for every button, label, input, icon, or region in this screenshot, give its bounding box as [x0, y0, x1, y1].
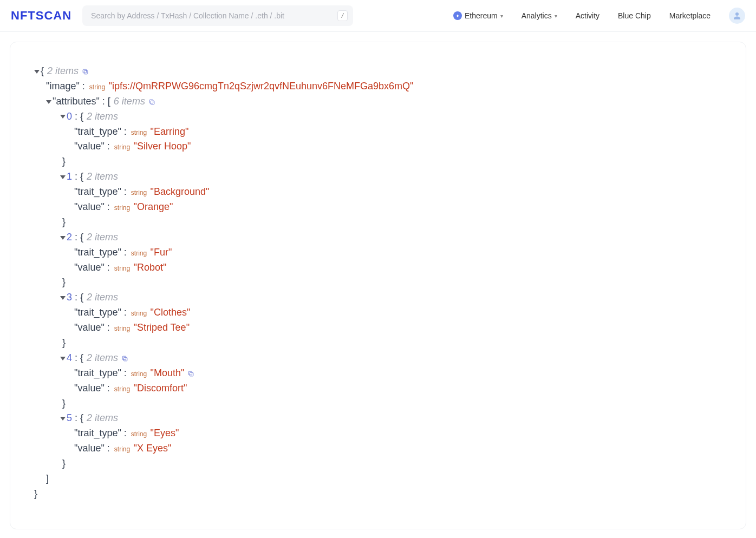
brace-open: { — [80, 232, 83, 242]
chevron-down-icon: ▾ — [555, 13, 557, 19]
json-string-value: "Mouth" — [151, 368, 185, 378]
item-count: 6 items — [114, 96, 145, 107]
json-colon: : — [72, 232, 80, 242]
brace-open: { — [80, 111, 83, 122]
json-array-item-open: 5 : {2 items — [34, 411, 722, 426]
collapse-arrow-icon[interactable] — [34, 70, 40, 74]
json-string-value: "Robot" — [134, 262, 167, 273]
item-count: 2 items — [87, 171, 118, 182]
json-row-trait-type: "trait_type" : string "Eyes" — [34, 426, 722, 441]
header: NFTSCAN / ♦ Ethereum ▾ Analytics ▾ Activ… — [0, 0, 756, 32]
json-string-value: "Clothes" — [151, 307, 191, 318]
json-root-close: } — [34, 487, 722, 502]
item-count: 2 items — [87, 412, 118, 423]
nav-marketplace[interactable]: Marketplace — [669, 11, 711, 20]
type-label: string — [114, 325, 132, 332]
svg-rect-3 — [151, 101, 154, 104]
collapse-arrow-icon[interactable] — [60, 417, 66, 421]
avatar[interactable] — [729, 8, 745, 24]
search-wrap: / — [82, 5, 353, 26]
json-index: 3 — [67, 292, 72, 303]
json-row-value: "value" : string "Silver Hoop" — [34, 139, 722, 154]
json-key: "image" — [46, 81, 80, 91]
type-label: string — [114, 204, 132, 212]
json-row-trait-type: "trait_type" : string "Earring" — [34, 124, 722, 140]
json-index: 4 — [67, 352, 72, 363]
item-count: 2 items — [47, 65, 79, 76]
json-row-attributes-close: ] — [34, 471, 722, 487]
collapse-arrow-icon[interactable] — [46, 100, 51, 104]
type-label: string — [114, 445, 132, 453]
nav-activity[interactable]: Activity — [576, 11, 599, 20]
json-key: "trait_type" — [74, 307, 121, 318]
json-array-item-open: 3 : {2 items — [34, 290, 722, 305]
bracket-open: [ — [108, 96, 110, 107]
brace-open: { — [80, 412, 83, 423]
json-row-trait-type: "trait_type" : string "Fur" — [34, 245, 722, 260]
json-string-value: "Fur" — [151, 247, 172, 258]
collapse-arrow-icon[interactable] — [60, 115, 66, 119]
copy-item-icon[interactable] — [121, 355, 128, 362]
collapse-arrow-icon[interactable] — [60, 236, 66, 240]
nav-blue-chip[interactable]: Blue Chip — [618, 11, 651, 20]
item-count: 2 items — [87, 352, 118, 363]
json-viewer: {2 items"image" : string "ipfs://QmRRPWG… — [34, 64, 722, 502]
json-key: "value" — [74, 201, 105, 212]
nav-analytics-label: Analytics — [522, 11, 552, 20]
json-colon: : — [105, 201, 113, 212]
ethereum-icon: ♦ — [453, 11, 462, 20]
json-array-item-close: } — [34, 396, 722, 411]
collapse-arrow-icon[interactable] — [60, 357, 66, 360]
json-key: "value" — [74, 141, 105, 152]
json-string-value: "Silver Hoop" — [134, 141, 191, 152]
json-string-value: "Eyes" — [151, 428, 179, 438]
json-string-value: "X Eyes" — [134, 443, 172, 454]
search-input[interactable] — [82, 5, 353, 26]
brace-open: { — [41, 65, 44, 76]
json-key: "value" — [74, 443, 105, 454]
json-row-trait-type: "trait_type" : string "Background" — [34, 185, 722, 200]
json-row-value: "value" : string "Orange" — [34, 200, 722, 215]
nav-chain-dropdown[interactable]: ♦ Ethereum ▾ — [453, 11, 503, 20]
json-key: "attributes" — [53, 96, 100, 107]
nav-analytics-dropdown[interactable]: Analytics ▾ — [522, 11, 557, 20]
json-string-value: "Background" — [151, 186, 210, 197]
type-label: string — [131, 430, 149, 438]
brace-open: { — [80, 171, 83, 182]
brace-close: } — [62, 337, 66, 348]
copy-attributes-icon[interactable] — [148, 99, 155, 106]
type-label: string — [131, 189, 149, 196]
json-row-image: "image" : string "ipfs://QmRRPWG96cmgTn2… — [34, 79, 722, 94]
json-colon: : — [121, 186, 129, 197]
svg-rect-4 — [149, 100, 153, 103]
json-array-item-close: } — [34, 154, 722, 169]
type-label: string — [89, 83, 107, 91]
json-array-item-open: 0 : {2 items — [34, 109, 722, 124]
brace-close: } — [62, 458, 66, 469]
json-key: "trait_type" — [74, 126, 121, 137]
type-label: string — [114, 385, 132, 393]
json-colon: : — [72, 412, 80, 423]
brace-open: { — [80, 352, 83, 363]
json-row-value: "value" : string "Discomfort" — [34, 381, 722, 396]
json-colon: : — [72, 111, 80, 122]
collapse-arrow-icon[interactable] — [60, 296, 66, 300]
item-count: 2 items — [87, 232, 118, 242]
json-colon: : — [105, 262, 113, 273]
copy-value-icon[interactable] — [187, 370, 194, 377]
brace-close: } — [62, 216, 66, 227]
json-key: "value" — [74, 262, 105, 273]
json-array-item-close: } — [34, 275, 722, 290]
json-colon: : — [72, 171, 80, 182]
json-array-item-close: } — [34, 456, 722, 471]
bracket-close: ] — [46, 473, 49, 484]
svg-rect-7 — [190, 372, 194, 376]
json-string-value: "Orange" — [134, 201, 173, 212]
copy-root-icon[interactable] — [82, 68, 89, 75]
json-array-item-open: 1 : {2 items — [34, 169, 722, 185]
svg-rect-5 — [123, 357, 127, 361]
collapse-arrow-icon[interactable] — [60, 175, 66, 179]
json-colon: : — [80, 81, 88, 91]
json-row-attributes-open: "attributes" : [6 items — [34, 94, 722, 109]
logo[interactable]: NFTSCAN — [11, 9, 71, 23]
